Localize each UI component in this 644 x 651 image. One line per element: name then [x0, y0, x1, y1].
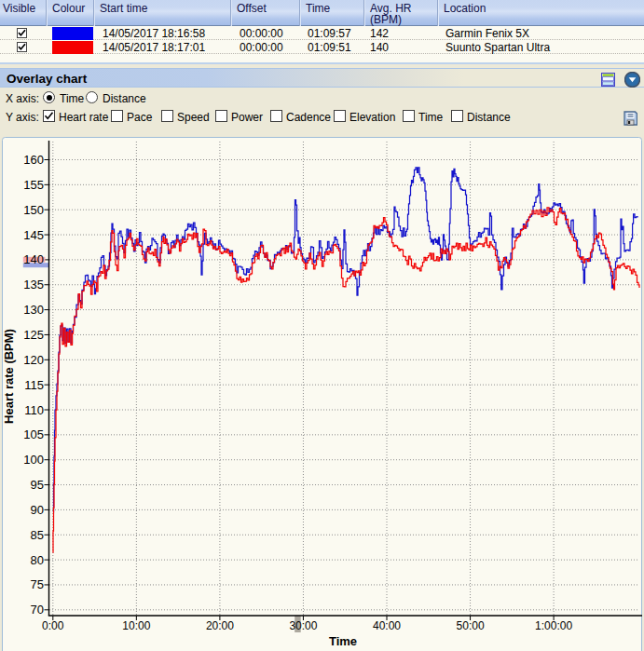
- svg-text:85: 85: [31, 528, 44, 542]
- svg-text:95: 95: [31, 478, 44, 492]
- svg-text:150: 150: [23, 203, 44, 217]
- svg-text:140: 140: [23, 252, 44, 266]
- svg-text:75: 75: [31, 577, 44, 591]
- svg-text:100: 100: [23, 453, 44, 467]
- svg-text:110: 110: [24, 403, 44, 417]
- svg-text:120: 120: [23, 353, 44, 367]
- svg-text:1:00:00: 1:00:00: [535, 619, 572, 632]
- svg-text:10:00: 10:00: [122, 619, 150, 632]
- svg-text:130: 130: [23, 303, 44, 317]
- svg-text:125: 125: [23, 328, 44, 342]
- svg-text:155: 155: [23, 178, 44, 192]
- svg-text:Heart rate (BPM): Heart rate (BPM): [2, 329, 16, 424]
- svg-text:90: 90: [31, 503, 44, 517]
- svg-text:115: 115: [24, 378, 44, 392]
- svg-text:70: 70: [31, 603, 44, 617]
- svg-text:160: 160: [23, 153, 44, 167]
- svg-text:30:00: 30:00: [289, 619, 317, 632]
- svg-text:20:00: 20:00: [206, 619, 234, 632]
- svg-text:145: 145: [23, 228, 44, 242]
- svg-text:80: 80: [31, 553, 44, 567]
- svg-text:Time: Time: [329, 634, 357, 648]
- svg-text:0:00: 0:00: [42, 619, 64, 632]
- svg-text:135: 135: [23, 278, 44, 292]
- svg-text:105: 105: [23, 427, 44, 441]
- svg-text:50:00: 50:00: [457, 619, 485, 632]
- svg-text:40:00: 40:00: [373, 619, 401, 632]
